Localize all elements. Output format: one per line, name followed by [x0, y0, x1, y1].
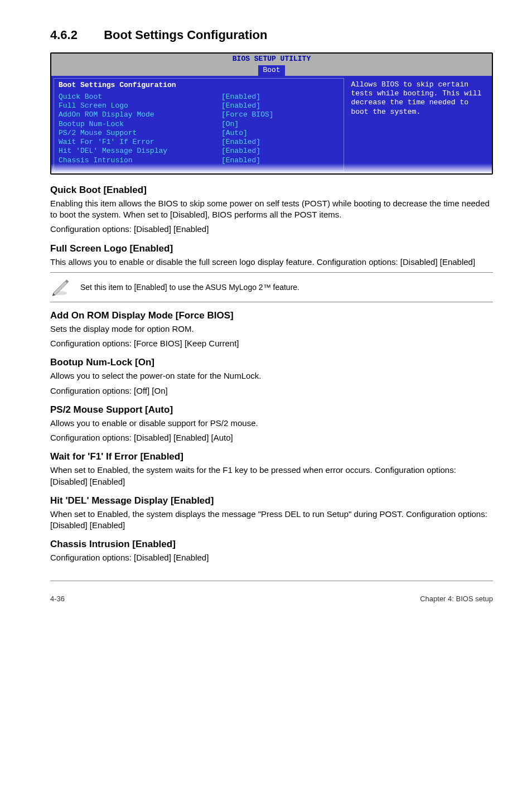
heading-ps2-mouse: PS/2 Mouse Support [Auto] — [50, 404, 493, 416]
bios-screenshot: BIOS SETUP UTILITY Boot Boot Settings Co… — [50, 52, 493, 175]
bios-settings-panel: Boot Settings Configuration Quick Boot[E… — [54, 78, 344, 171]
bios-active-tab: Boot — [258, 65, 284, 76]
page-number: 4-36 — [50, 595, 65, 603]
section-title-text: Boot Settings Configuration — [104, 28, 267, 42]
body-text: Allows you to enable or disable support … — [50, 418, 493, 429]
body-text: Configuration options: [Disabled] [Enabl… — [50, 552, 493, 563]
bios-row: PS/2 Mouse Support[Auto] — [59, 129, 339, 138]
bios-title: BIOS SETUP UTILITY — [51, 55, 492, 64]
body-text: Configuration options: [Off] [On] — [50, 385, 493, 397]
bios-row: Wait For 'F1' If Error[Enabled] — [59, 138, 339, 147]
chapter-label: Chapter 4: BIOS setup — [420, 595, 493, 603]
body-text: Configuration options: [Disabled] [Enabl… — [50, 432, 493, 443]
heading-bootup-numlock: Bootup Num-Lock [On] — [50, 357, 493, 368]
bios-panel-title: Boot Settings Configuration — [59, 81, 339, 89]
heading-addon-rom: Add On ROM Display Mode [Force BIOS] — [50, 310, 493, 321]
body-text: Configuration options: [Disabled] [Enabl… — [50, 224, 493, 235]
bios-row: AddOn ROM Display Mode[Force BIOS] — [59, 110, 339, 119]
body-text: Enabling this item allows the BIOS to sk… — [50, 198, 493, 221]
heading-wait-f1: Wait for 'F1' If Error [Enabled] — [50, 451, 493, 462]
section-number: 4.6.2 — [50, 28, 100, 42]
body-text: Configuration options: [Force BIOS] [Kee… — [50, 338, 493, 349]
heading-hit-del: Hit 'DEL' Message Display [Enabled] — [50, 495, 493, 506]
body-text: Allows you to select the power-on state … — [50, 370, 493, 381]
bios-row: Bootup Num-Lock[On] — [59, 120, 339, 129]
bios-row: Hit 'DEL' Message Display[Enabled] — [59, 147, 339, 156]
heading-quick-boot: Quick Boot [Enabled] — [50, 185, 493, 196]
bios-row: Chassis Intrusion[Enabled] — [59, 156, 339, 165]
heading-full-logo: Full Screen Logo [Enabled] — [50, 243, 493, 254]
heading-chassis-intrusion: Chassis Intrusion [Enabled] — [50, 539, 493, 550]
body-text: When set to Enabled, the system displays… — [50, 509, 493, 532]
bios-header: BIOS SETUP UTILITY Boot — [51, 54, 492, 76]
bios-row: Quick Boot[Enabled] — [59, 93, 339, 102]
page-footer: 4-36 Chapter 4: BIOS setup — [50, 595, 493, 603]
body-text: Sets the display mode for option ROM. — [50, 323, 493, 335]
section-heading: 4.6.2 Boot Settings Configuration — [50, 28, 493, 42]
note-callout: Set this item to [Enabled] to use the AS… — [50, 272, 493, 302]
bios-help-panel: Allows BIOS to skip certain tests while … — [346, 78, 490, 171]
note-text: Set this item to [Enabled] to use the AS… — [80, 283, 299, 292]
bios-row: Full Screen Logo[Enabled] — [59, 102, 339, 110]
note-pencil-icon — [50, 276, 70, 298]
body-text: This allows you to enable or disable the… — [50, 257, 493, 268]
body-text: When set to Enabled, the system waits fo… — [50, 465, 493, 487]
